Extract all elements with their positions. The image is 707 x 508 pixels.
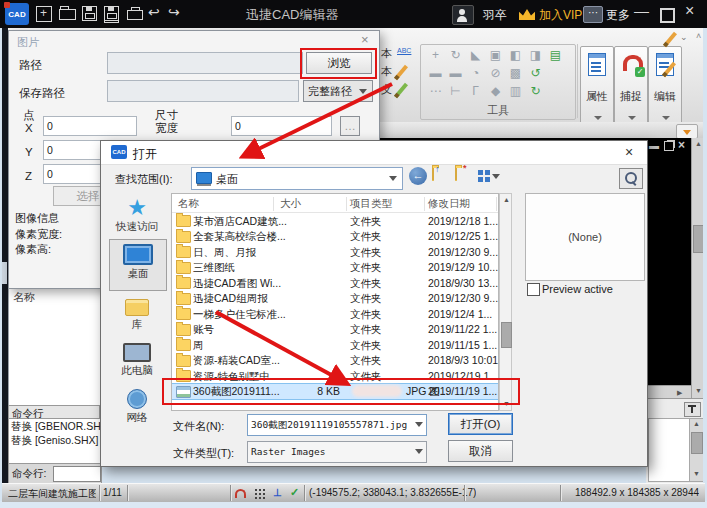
file-row[interactable]: 迅捷CAD组周报 文件夹 2019/12/30 9...	[172, 291, 498, 307]
scroll-up-icon[interactable]: ▲	[693, 420, 700, 428]
file-row[interactable]: 迅捷CAD看图 Wi... 文件夹 2018/9/30 13...	[172, 275, 498, 291]
preview-toggle-button[interactable]	[619, 168, 643, 189]
tool-icon-row[interactable]: ▬▬◔⊘▩↺	[429, 67, 542, 80]
preview-active-checkbox[interactable]	[527, 283, 540, 296]
file-row[interactable]: 日、周、月报 文件夹 2019/12/30 9...	[172, 244, 498, 260]
capture-button[interactable]: ✓ 捕捉	[614, 46, 648, 124]
text-tool-icon[interactable]: 本	[381, 64, 392, 79]
tool-icon[interactable]: ▥	[509, 85, 522, 98]
close-button[interactable]: ×	[685, 2, 694, 20]
file-row[interactable]: 全套某高校综合楼... 文件夹 2019/12/25 1...	[172, 229, 498, 245]
tool-icon[interactable]: ▬	[429, 67, 442, 80]
look-in-dropdown[interactable]: 桌面	[191, 167, 403, 190]
command-history-area[interactable]	[648, 418, 690, 482]
command-input[interactable]	[53, 466, 101, 482]
file-row[interactable]: 三维图纸 文件夹 2019/12/9 10...	[172, 260, 498, 276]
tool-icon[interactable]: ⊘	[489, 67, 502, 80]
doc-close-icon[interactable]: ×	[678, 138, 685, 152]
column-type[interactable]: 项目类型	[350, 197, 392, 211]
tool-icon-row[interactable]: ⋯⊢Γ◆▥↻	[429, 85, 542, 98]
save-path-input[interactable]	[107, 80, 299, 102]
scroll-down-icon[interactable]: ▼	[503, 400, 510, 408]
tool-icon[interactable]: ▣	[489, 49, 502, 62]
scrollbar-thumb[interactable]	[691, 432, 703, 454]
file-row[interactable]: 某市酒店CAD建筑... 文件夹 2019/12/18 1...	[172, 213, 498, 229]
column-date[interactable]: 修改日期	[428, 197, 470, 211]
ribbon-collapse-icon[interactable]: ˄	[696, 31, 701, 41]
confirm-check-icon[interactable]: ✓	[290, 486, 299, 499]
app-logo-icon[interactable]: CAD	[5, 3, 29, 25]
scroll-up-icon[interactable]: ▲	[503, 196, 510, 204]
redo-icon[interactable]: ↪	[168, 4, 180, 20]
scrollbar-thumb[interactable]	[501, 322, 512, 348]
left-dock-handle[interactable]	[2, 262, 7, 284]
minimize-button[interactable]: —	[634, 2, 649, 19]
grid-toggle-icon[interactable]	[254, 488, 265, 499]
width-picker-button[interactable]: …	[340, 116, 360, 136]
sidebar-item-quick-access[interactable]: ★ 快速访问	[109, 196, 165, 234]
undo-icon[interactable]: ↩	[148, 4, 160, 20]
back-button[interactable]: ←	[409, 167, 427, 185]
edit-button[interactable]: 编辑	[648, 46, 682, 124]
tool-icon[interactable]: ◣	[469, 49, 482, 62]
command-panel-header[interactable]: 命令行	[8, 405, 100, 419]
more-menu[interactable]: 更多	[606, 7, 630, 24]
quick-edit-pencil-icon[interactable]	[663, 32, 677, 48]
up-folder-button[interactable]: ↑	[432, 168, 434, 180]
panel-collapse-button[interactable]	[676, 124, 698, 139]
user-account-icon[interactable]	[452, 5, 474, 25]
more-options-icon[interactable]: ···	[583, 6, 603, 23]
join-vip-link[interactable]: 加入VIP	[539, 7, 582, 24]
sidebar-item-this-pc[interactable]: 此电脑	[109, 343, 165, 378]
x-input[interactable]: 0	[43, 116, 137, 136]
text-edit-icon[interactable]: 义	[381, 82, 392, 97]
tool-icon[interactable]: +	[429, 49, 442, 62]
file-row[interactable]: 一梯多户住宅标准... 文件夹 2019/12/4 1...	[172, 306, 498, 322]
properties-button[interactable]: 属性	[580, 46, 614, 124]
file-row[interactable]: 账号 文件夹 2019/11/22 1...	[172, 322, 498, 338]
text-tool-icon[interactable]: 本	[381, 46, 392, 61]
open-button[interactable]: 打开(O)	[448, 413, 513, 435]
username[interactable]: 羽卒	[483, 7, 507, 24]
tool-icon[interactable]: Γ	[469, 85, 482, 98]
pencil-dropdown-icon[interactable]: ⌄	[680, 32, 688, 42]
filename-combobox[interactable]: 360截图20191119105557871.jpg	[247, 414, 427, 436]
filetype-dropdown[interactable]: Raster Images	[247, 441, 427, 463]
path-mode-dropdown[interactable]: 完整路径	[303, 80, 373, 102]
doc-restore-icon[interactable]	[664, 141, 674, 151]
tool-icon[interactable]: ↻	[529, 85, 542, 98]
save-icon[interactable]	[82, 6, 97, 21]
width-input[interactable]: 0	[231, 116, 332, 136]
scroll-right-icon[interactable]: ▶	[677, 389, 682, 397]
tool-icon[interactable]: ◆	[489, 85, 502, 98]
new-file-icon[interactable]	[36, 6, 52, 22]
scroll-down-icon[interactable]: ▼	[693, 470, 700, 478]
tool-icon[interactable]: ⊢	[449, 85, 462, 98]
tool-icon[interactable]: ▬	[449, 67, 462, 80]
browse-button[interactable]: 浏览	[306, 52, 372, 74]
file-row[interactable]: 资源-特色别墅中... 文件夹 2019/12/19 1...	[172, 368, 498, 384]
tool-icon[interactable]: ◔	[469, 67, 482, 80]
open-file-icon[interactable]	[59, 9, 76, 20]
tool-icon[interactable]: ◧	[509, 49, 522, 62]
views-button[interactable]	[478, 168, 502, 185]
tool-icon[interactable]: ▩	[509, 67, 522, 80]
vip-crown-icon[interactable]	[519, 9, 535, 20]
tool-icon-row[interactable]: +↻◣▣◧◨▤	[429, 49, 562, 62]
tool-icon[interactable]: ▤	[549, 49, 562, 62]
sidebar-item-desktop[interactable]: 桌面	[109, 239, 167, 291]
file-row[interactable]: 360截图2019111... 8 KB JPG 图... 2019/11/19…	[172, 384, 498, 400]
column-size[interactable]: 大小	[280, 197, 301, 211]
new-folder-button[interactable]: *	[455, 168, 457, 180]
tool-icon[interactable]: ⋯	[429, 85, 442, 98]
column-name[interactable]: 名称	[178, 197, 199, 211]
scroll-down-icon[interactable]: ▼	[695, 387, 702, 395]
close-icon[interactable]: ×	[361, 32, 369, 47]
close-icon[interactable]: ×	[625, 144, 633, 160]
maximize-button[interactable]	[660, 8, 675, 23]
cancel-button[interactable]: 取消	[448, 440, 513, 462]
scroll-up-icon[interactable]: ▲	[695, 140, 702, 148]
pin-icon[interactable]	[684, 402, 701, 417]
tool-icon[interactable]: ◨	[529, 49, 542, 62]
file-row[interactable]: 资源-精装CAD室... 文件夹 2018/9/3 10:01	[172, 353, 498, 369]
